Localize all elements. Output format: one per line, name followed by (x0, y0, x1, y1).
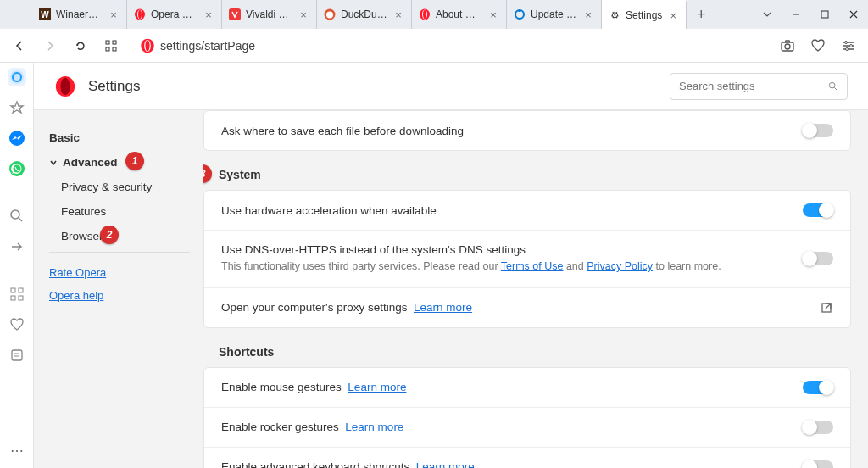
rail-more-icon[interactable]: ⋯ (8, 441, 26, 460)
workspace: ⋯ Settings Basic Advanced 1 Privacy & se… (0, 63, 868, 468)
rail-flow-icon[interactable] (8, 237, 26, 256)
favicon-opera (419, 8, 431, 20)
search-input[interactable] (679, 80, 821, 92)
sidebar-label: Browser (61, 230, 103, 242)
privacy-link[interactable]: Privacy Policy (587, 260, 653, 272)
opera-help-link[interactable]: Opera help (49, 284, 190, 307)
divider (49, 252, 190, 253)
reload-button[interactable] (70, 35, 92, 57)
page-header: Settings (34, 63, 868, 110)
snapshot-button[interactable] (776, 35, 798, 57)
toggle-hw-accel[interactable] (803, 203, 833, 217)
rail-search-icon[interactable] (8, 207, 26, 226)
tab-winaero[interactable]: W Winaero - Free × (32, 0, 127, 29)
toolbar: settings/startPage (0, 29, 868, 63)
row-dns-https: Use DNS-over-HTTPS instead of the system… (204, 231, 850, 288)
close-icon[interactable]: × (392, 8, 404, 20)
rail-whatsapp-icon[interactable] (8, 159, 26, 178)
settings-page: Settings Basic Advanced 1 Privacy & secu… (34, 63, 868, 468)
svg-rect-37 (19, 296, 23, 300)
sidebar-item-basic[interactable]: Basic (49, 125, 190, 150)
system-card: Use hardware acceleration when available… (203, 190, 851, 328)
toggle-ask-save[interactable] (803, 124, 833, 137)
new-tab-button[interactable]: + (687, 0, 715, 29)
svg-rect-35 (19, 288, 23, 292)
easy-setup-button[interactable] (837, 35, 860, 57)
section-label: System (219, 168, 261, 181)
settings-content[interactable]: Ask where to save each file before downl… (203, 110, 868, 468)
speed-dial-button[interactable] (100, 35, 122, 57)
row-label: Use hardware acceleration when available (221, 204, 791, 217)
row-proxy[interactable]: Open your computer's proxy settings Lear… (204, 288, 850, 327)
window-controls (753, 0, 868, 29)
close-icon[interactable]: × (298, 8, 309, 20)
row-label: Open your computer's proxy settings Lear… (221, 301, 808, 314)
favicon-ddg (324, 8, 336, 20)
learn-more-link[interactable]: Learn more (414, 301, 472, 314)
tab-title: Winaero - Free (56, 8, 103, 20)
back-button[interactable] (8, 35, 31, 57)
address-bar[interactable]: settings/startPage (140, 38, 768, 53)
svg-point-24 (845, 41, 848, 43)
downloads-card: Ask where to save each file before downl… (203, 110, 851, 151)
opera-icon (140, 38, 155, 53)
tab-duckduckgo[interactable]: DuckDuckGo — × (317, 0, 412, 29)
caret-down-icon[interactable] (753, 0, 782, 29)
learn-more-link[interactable]: Learn more (416, 460, 475, 468)
forward-button[interactable] (39, 35, 61, 57)
toggle-dns-https[interactable] (803, 252, 833, 265)
svg-point-25 (850, 44, 853, 47)
close-icon[interactable]: × (582, 8, 594, 20)
tab-update[interactable]: Update & Reco × (507, 0, 602, 29)
close-icon[interactable]: × (667, 9, 679, 21)
toggle-rocker-gestures[interactable] (803, 421, 833, 434)
svg-point-5 (326, 12, 333, 19)
rail-workspaces-icon[interactable] (8, 285, 26, 304)
shortcuts-card: Enable mouse gestures Learn more Enable … (203, 367, 851, 468)
rail-news-icon[interactable] (8, 346, 26, 365)
svg-line-33 (19, 218, 22, 221)
learn-more-link[interactable]: Learn more (348, 381, 406, 393)
svg-point-8 (423, 10, 426, 19)
sidebar-item-features[interactable]: Features (49, 199, 190, 224)
tab-title: About Opera (436, 8, 482, 20)
favicon-vivaldi (229, 8, 241, 20)
tab-title: Vivaldi — The (246, 8, 292, 20)
page-title: Settings (88, 78, 658, 95)
minimize-button[interactable] (782, 0, 810, 29)
chevron-down-icon (49, 159, 58, 167)
settings-sidebar: Basic Advanced 1 Privacy & security Feat… (34, 110, 203, 468)
sidebar-item-privacy[interactable]: Privacy & security (49, 175, 190, 199)
tab-settings[interactable]: ⚙ Settings × (602, 0, 687, 29)
tab-about-opera[interactable]: About Opera × (412, 0, 507, 29)
rail-bookmarks-icon[interactable] (8, 98, 26, 117)
sidebar-item-advanced[interactable]: Advanced 1 (49, 150, 190, 175)
svg-point-43 (829, 82, 835, 88)
svg-rect-3 (229, 8, 241, 20)
titlebar: W Winaero - Free × Opera Browser × Vival… (0, 0, 868, 29)
search-settings[interactable] (670, 73, 848, 100)
external-link-icon (820, 301, 833, 315)
close-icon[interactable]: × (203, 8, 214, 20)
row-kb-shortcuts: Enable advanced keyboard shortcuts Learn… (204, 448, 850, 468)
row-rocker-gestures: Enable rocker gestures Learn more (204, 408, 850, 448)
svg-rect-14 (106, 47, 109, 51)
learn-more-link[interactable]: Learn more (345, 421, 403, 433)
toggle-mouse-gestures[interactable] (803, 381, 833, 394)
rail-heart-icon[interactable] (8, 315, 26, 334)
close-icon[interactable]: × (487, 8, 499, 20)
close-icon[interactable]: × (108, 8, 120, 20)
heart-button[interactable] (807, 35, 829, 57)
terms-link[interactable]: Terms of Use (501, 260, 564, 272)
rail-home-icon[interactable] (8, 68, 26, 86)
favicon-w: W (39, 8, 51, 20)
sidebar-item-browser[interactable]: Browser 2 (49, 224, 190, 248)
tab-opera[interactable]: Opera Browser × (127, 0, 222, 29)
rail-messenger-icon[interactable] (8, 129, 26, 148)
close-window-button[interactable] (839, 0, 868, 29)
toggle-kb-shortcuts[interactable] (803, 460, 833, 468)
sidebar-label: Advanced (63, 156, 118, 169)
maximize-button[interactable] (810, 0, 839, 29)
rate-opera-link[interactable]: Rate Opera (49, 261, 190, 284)
tab-vivaldi[interactable]: Vivaldi — The × (222, 0, 317, 29)
